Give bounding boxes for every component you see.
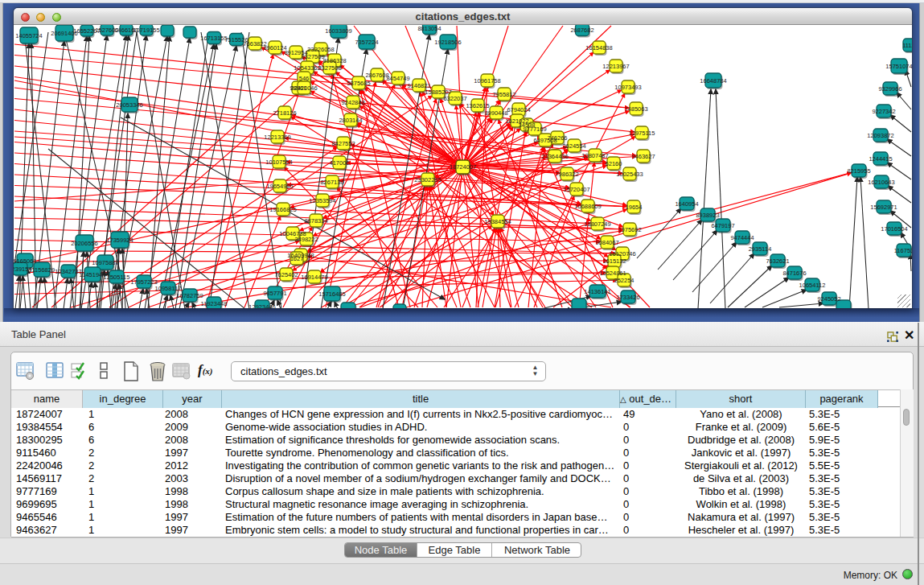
svg-text:10025433: 10025433: [616, 171, 643, 178]
svg-text:10961758: 10961758: [474, 77, 500, 84]
svg-text:23302295: 23302295: [414, 176, 441, 183]
svg-text:8267130: 8267130: [320, 179, 343, 186]
svg-text:11123: 11123: [902, 42, 912, 49]
svg-text:11451944: 11451944: [80, 271, 106, 278]
svg-text:16713155: 16713155: [200, 35, 227, 42]
svg-text:9084067: 9084067: [595, 239, 618, 246]
svg-text:12213369: 12213369: [264, 134, 290, 141]
svg-text:16120746: 16120746: [609, 250, 635, 257]
svg-text:5875685: 5875685: [347, 80, 370, 87]
svg-text:7986322: 7986322: [555, 171, 578, 178]
svg-text:9474444: 9474444: [730, 234, 754, 241]
svg-text:12342737: 12342737: [55, 268, 81, 275]
svg-text:546: 546: [299, 75, 310, 82]
svg-text:20053346: 20053346: [116, 101, 142, 109]
svg-text:12353594: 12353594: [309, 197, 335, 204]
svg-text:17359924: 17359924: [106, 237, 133, 244]
svg-text:11156829: 11156829: [29, 266, 55, 274]
svg-text:1975692: 1975692: [618, 226, 641, 233]
svg-text:6479197: 6479197: [711, 222, 734, 229]
svg-text:2867608: 2867608: [365, 72, 388, 79]
svg-text:19166825: 19166825: [269, 206, 296, 213]
svg-text:1733426: 1733426: [616, 294, 639, 301]
svg-text:3498222: 3498222: [294, 236, 318, 243]
svg-text:10975887: 10975887: [92, 259, 118, 266]
svg-text:14136141: 14136141: [584, 288, 610, 295]
svg-text:6794024: 6794024: [507, 106, 530, 113]
svg-text:20206556: 20206556: [71, 240, 97, 247]
svg-text:10973493: 10973493: [614, 84, 641, 91]
svg-text:19654985: 19654985: [266, 183, 293, 190]
svg-text:1627: 1627: [290, 255, 304, 262]
svg-text:16154838: 16154838: [585, 44, 612, 51]
svg-text:12505115: 12505115: [104, 274, 130, 281]
svg-text:252254: 252254: [614, 277, 634, 284]
svg-text:18724007: 18724007: [450, 163, 476, 171]
svg-text:10543362: 10543362: [294, 64, 320, 72]
svg-text:16033809: 16033809: [325, 27, 351, 35]
svg-text:8990448: 8990448: [484, 109, 507, 117]
svg-text:10958117: 10958117: [155, 285, 182, 292]
svg-text:12213967: 12213967: [602, 63, 629, 70]
svg-text:9242848: 9242848: [341, 99, 364, 106]
svg-text:8878334: 8878334: [304, 217, 327, 225]
svg-text:7357224: 7357224: [355, 39, 378, 46]
svg-text:7485063: 7485063: [624, 105, 647, 113]
svg-text:9463627: 9463627: [631, 153, 655, 160]
svg-text:8813054: 8813054: [417, 25, 441, 32]
svg-text:8454749: 8454749: [386, 75, 409, 82]
svg-text:21364436: 21364436: [541, 153, 568, 160]
svg-text:9327509: 9327509: [301, 53, 324, 60]
svg-text:116753: 116753: [894, 247, 912, 254]
svg-text:11923448: 11923448: [201, 300, 228, 307]
svg-text:417006: 417006: [329, 159, 349, 167]
svg-text:10719155: 10719155: [133, 27, 159, 34]
svg-text:7632621: 7632621: [766, 257, 789, 265]
svg-text:8215955: 8215955: [847, 167, 870, 175]
svg-text:15720407: 15720407: [563, 186, 589, 193]
svg-text:17016504: 17016504: [881, 225, 907, 233]
svg-text:2687682: 2687682: [570, 27, 593, 34]
svg-text:9227342: 9227342: [872, 108, 895, 115]
svg-text:2935114: 2935114: [749, 245, 772, 253]
svg-text:12093872: 12093872: [867, 132, 893, 139]
svg-text:18807249: 18807249: [584, 220, 610, 228]
svg-text:22420046: 22420046: [290, 84, 317, 92]
svg-text:9329966: 9329966: [878, 85, 901, 93]
svg-text:9327508: 9327508: [318, 64, 341, 72]
svg-text:16648784: 16648784: [700, 77, 726, 84]
svg-text:12975115: 12975115: [629, 130, 655, 137]
svg-text:2718126: 2718126: [273, 109, 296, 117]
svg-text:62160: 62160: [606, 160, 622, 167]
svg-text:7625402: 7625402: [274, 271, 298, 278]
svg-text:8186328: 8186328: [322, 57, 346, 64]
svg-text:23226058: 23226058: [307, 46, 334, 53]
svg-text:8471676: 8471676: [782, 270, 806, 277]
svg-text:19654: 19654: [626, 204, 643, 211]
svg-text:9245052: 9245052: [817, 295, 840, 303]
svg-text:15716485: 15716485: [318, 290, 345, 298]
svg-text:19384554: 19384554: [484, 218, 511, 225]
svg-text:1362615: 1362615: [466, 102, 489, 109]
svg-text:19218506: 19218506: [434, 39, 461, 46]
svg-text:16914479: 16914479: [301, 274, 327, 281]
svg-text:12923446: 12923446: [248, 303, 275, 309]
svg-text:6322037: 6322037: [443, 95, 466, 102]
svg-text:7955812: 7955812: [492, 91, 515, 98]
svg-text:8427552: 8427552: [331, 140, 355, 147]
svg-text:746266: 746266: [547, 134, 567, 142]
svg-text:8960124: 8960124: [263, 44, 286, 51]
svg-text:8938923: 8938923: [696, 212, 719, 219]
svg-text:10654112: 10654112: [799, 282, 826, 289]
svg-text:9777169: 9777169: [523, 126, 546, 133]
svg-text:10688609: 10688609: [574, 203, 601, 210]
svg-text:2803144: 2803144: [339, 117, 362, 124]
svg-text:15692971: 15692971: [870, 204, 897, 211]
svg-text:15751074: 15751074: [885, 63, 912, 70]
svg-text:16210643: 16210643: [868, 179, 894, 186]
svg-text:10107554: 10107554: [265, 159, 292, 166]
svg-text:14055724: 14055724: [15, 32, 42, 39]
svg-text:17957223: 17957223: [130, 278, 157, 286]
svg-text:1244415: 1244415: [869, 155, 892, 163]
svg-text:16782759: 16782759: [176, 292, 203, 299]
